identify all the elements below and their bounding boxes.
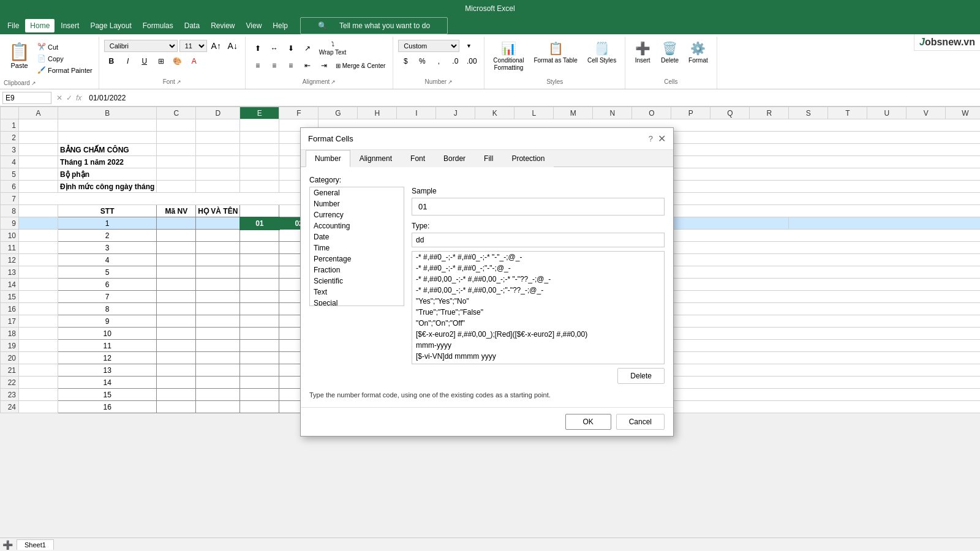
- delete-format-button[interactable]: Delete: [617, 368, 665, 384]
- cat-currency[interactable]: Currency: [310, 209, 404, 220]
- format-item-6[interactable]: "True";"True";"False": [412, 307, 664, 318]
- format-item-1[interactable]: -* #,##0_-;-* #,##0_-;-* "-"_-;@_-: [412, 252, 664, 263]
- format-item-2[interactable]: -* #,##0_-;-* #,##0_-;"-"-;@_-: [412, 263, 664, 274]
- dialog-body: Category: General Number Currency Accoun…: [301, 167, 673, 407]
- dialog-title-text: Format Cells: [308, 134, 353, 143]
- format-codes-list[interactable]: -* #,##0_-;-* #,##0_-;-* "-"_-;@_- -* #,…: [412, 251, 665, 364]
- sample-preview: 01: [412, 198, 665, 216]
- cat-fraction[interactable]: Fraction: [310, 264, 404, 276]
- dialog-footer: OK Cancel: [301, 407, 673, 436]
- format-item-11[interactable]: dd-mm-yyyy: [412, 362, 664, 364]
- dialog-tab-alignment[interactable]: Alignment: [350, 150, 401, 167]
- category-list-container: General Number Currency Accounting Date …: [309, 187, 404, 364]
- category-label: Category:: [309, 176, 665, 184]
- dialog-tab-protection[interactable]: Protection: [502, 150, 554, 167]
- cat-number[interactable]: Number: [310, 198, 404, 209]
- format-item-4[interactable]: -* #,##0,00_-;-* #,##0,00_-;"-"??_-;@_-: [412, 285, 664, 296]
- dialog-right-panel: Sample 01 Type: -* #,##0_-;-* #,##0_-;-*…: [404, 187, 665, 364]
- format-item-3[interactable]: -* #,##0,00_-;-* #,##0,00_-;-* "-"??_-;@…: [412, 274, 664, 285]
- sample-label: Sample: [412, 187, 665, 195]
- dialog-title-actions: ? ✕: [649, 133, 666, 144]
- dialog-tab-fill[interactable]: Fill: [475, 150, 502, 167]
- dialog-help-icon[interactable]: ?: [649, 134, 653, 143]
- format-item-5[interactable]: "Yes";"Yes";"No": [412, 296, 664, 307]
- format-item-8[interactable]: [$€-x-euro2] #,##0,00_);[Red]([$€-x-euro…: [412, 329, 664, 340]
- cat-text[interactable]: Text: [310, 287, 404, 298]
- delete-button-area: Delete: [309, 368, 665, 384]
- format-item-7[interactable]: "On";"On";"Off": [412, 318, 664, 329]
- dialog-main-area: General Number Currency Accounting Date …: [309, 187, 665, 364]
- dialog-overlay: Format Cells ? ✕ Number Alignment Font B…: [0, 0, 980, 551]
- format-cells-dialog: Format Cells ? ✕ Number Alignment Font B…: [300, 127, 674, 437]
- help-text: Type the number format code, using one o…: [309, 391, 665, 399]
- cat-accounting[interactable]: Accounting: [310, 220, 404, 231]
- format-item-10[interactable]: [$-vi-VN]dd mmmm yyyy: [412, 351, 664, 362]
- cat-percentage[interactable]: Percentage: [310, 253, 404, 264]
- format-item-9[interactable]: mmm-yyyy: [412, 340, 664, 351]
- category-list[interactable]: General Number Currency Accounting Date …: [309, 187, 404, 306]
- cancel-button[interactable]: Cancel: [616, 414, 665, 430]
- cat-scientific[interactable]: Scientific: [310, 276, 404, 287]
- cat-special[interactable]: Special: [310, 298, 404, 306]
- cat-time[interactable]: Time: [310, 242, 404, 253]
- dialog-close-button[interactable]: ✕: [658, 133, 666, 144]
- type-input[interactable]: [412, 233, 665, 247]
- dialog-tab-border[interactable]: Border: [434, 150, 475, 167]
- ok-button[interactable]: OK: [565, 414, 611, 430]
- cat-date[interactable]: Date: [310, 231, 404, 242]
- cat-general[interactable]: General: [310, 187, 404, 198]
- dialog-title-bar: Format Cells ? ✕: [301, 128, 673, 150]
- type-label: Type:: [412, 222, 665, 230]
- dialog-tabs-bar: Number Alignment Font Border Fill Protec…: [301, 150, 673, 167]
- dialog-tab-font[interactable]: Font: [401, 150, 434, 167]
- dialog-tab-number[interactable]: Number: [306, 150, 350, 167]
